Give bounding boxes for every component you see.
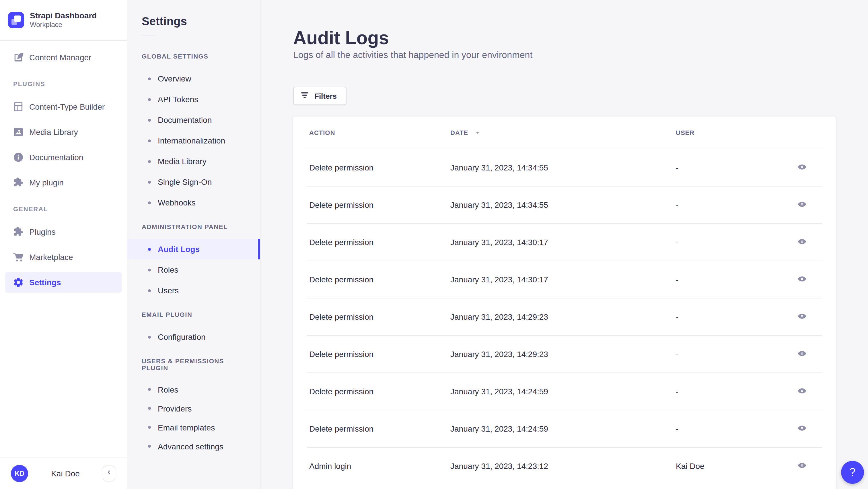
column-header-date[interactable]: DATE xyxy=(448,129,674,136)
settings-nav-item-email-templates[interactable]: Email templates xyxy=(127,418,260,437)
subnav-item-label: Configuration xyxy=(158,332,206,341)
filters-button[interactable]: Filters xyxy=(293,87,346,105)
filter-icon xyxy=(300,90,310,102)
settings-nav-item-webhooks[interactable]: Webhooks xyxy=(127,192,260,213)
table-row: Admin login January 31, 2023, 14:23:12 K… xyxy=(307,447,822,484)
cell-date: January 31, 2023, 14:30:17 xyxy=(448,275,674,284)
subnav-item-label: Internationalization xyxy=(158,136,225,145)
view-log-button[interactable] xyxy=(793,308,811,326)
view-log-button[interactable] xyxy=(793,233,811,251)
settings-nav-item-audit-logs[interactable]: Audit Logs xyxy=(127,239,260,259)
table-row: Delete permission January 31, 2023, 14:2… xyxy=(307,335,822,372)
cell-user: - xyxy=(674,424,782,433)
eye-icon xyxy=(798,162,807,173)
cell-action: Admin login xyxy=(307,461,448,471)
sidebar-item-plugins[interactable]: Plugins xyxy=(5,221,122,242)
settings-nav-item-advanced-settings[interactable]: Advanced settings xyxy=(127,437,260,456)
sidebar-item-media-library[interactable]: Media Library xyxy=(5,122,122,142)
view-log-button[interactable] xyxy=(793,345,811,363)
bullet-icon xyxy=(148,181,151,183)
workspace-title: Strapi Dashboard xyxy=(30,11,97,21)
settings-nav-item-media-library[interactable]: Media Library xyxy=(127,151,260,172)
gear-icon xyxy=(12,277,24,288)
sidebar-item-documentation[interactable]: Documentation xyxy=(5,147,122,167)
settings-nav-item-configuration[interactable]: Configuration xyxy=(127,327,260,347)
sidebar-item-settings[interactable]: Settings xyxy=(5,272,122,293)
cell-action: Delete permission xyxy=(307,387,448,396)
image-icon xyxy=(12,126,24,138)
sidebar-item-marketplace[interactable]: Marketplace xyxy=(5,247,122,268)
cell-action: Delete permission xyxy=(307,163,448,172)
cell-date: January 31, 2023, 14:30:17 xyxy=(448,238,674,247)
bullet-icon xyxy=(148,335,151,338)
eye-icon xyxy=(798,274,807,285)
sidebar-item-content-type-builder[interactable]: Content-Type Builder xyxy=(5,96,122,117)
cell-action: Delete permission xyxy=(307,200,448,210)
settings-nav-item-providers[interactable]: Providers xyxy=(127,399,260,418)
filters-button-label: Filters xyxy=(314,92,337,100)
eye-icon xyxy=(798,200,807,210)
subnav-group-label: ADMINISTRATION PANEL xyxy=(142,223,246,230)
column-header-user: USER xyxy=(674,129,782,136)
subnav-group-label: EMAIL PLUGIN xyxy=(142,311,246,318)
app-window: Strapi Dashboard Workplace Content Manag… xyxy=(0,0,868,489)
view-log-button[interactable] xyxy=(793,382,811,401)
sidebar-item-my-plugin[interactable]: My plugin xyxy=(5,172,122,193)
view-log-button[interactable] xyxy=(793,420,811,438)
settings-nav-item-api-tokens[interactable]: API Tokens xyxy=(127,89,260,110)
cell-user: - xyxy=(674,349,782,359)
subnav-group: ADMINISTRATION PANEL Audit Logs Roles Us… xyxy=(127,223,260,301)
sidebar-item-content-manager[interactable]: Content Manager xyxy=(5,47,122,68)
collapse-sidebar-button[interactable] xyxy=(103,465,115,481)
table-row: Delete permission January 31, 2023, 14:3… xyxy=(307,186,822,223)
subnav-group-label: USERS & PERMISSIONS PLUGIN xyxy=(142,358,246,371)
eye-icon xyxy=(798,237,807,248)
settings-nav-item-internationalization[interactable]: Internationalization xyxy=(127,130,260,151)
cell-date: January 31, 2023, 14:24:59 xyxy=(448,387,674,396)
view-log-button[interactable] xyxy=(793,457,811,475)
view-log-button[interactable] xyxy=(793,158,811,177)
bullet-icon xyxy=(148,98,151,101)
settings-nav-item-users[interactable]: Users xyxy=(127,280,260,301)
cell-action: Delete permission xyxy=(307,349,448,359)
chevron-left-icon xyxy=(105,469,113,478)
table-row: Delete permission January 31, 2023, 14:3… xyxy=(307,149,822,186)
help-button[interactable]: ? xyxy=(841,461,864,484)
table-row: Delete permission January 31, 2023, 14:3… xyxy=(307,261,822,298)
subnav-item-label: Media Library xyxy=(158,157,207,166)
settings-nav-item-documentation[interactable]: Documentation xyxy=(127,110,260,130)
subnav-item-label: Roles xyxy=(158,265,179,274)
puzzle-icon xyxy=(12,177,24,188)
eye-icon xyxy=(798,311,807,322)
subnav-group: USERS & PERMISSIONS PLUGIN Roles Provide… xyxy=(127,358,260,456)
bullet-icon xyxy=(148,201,151,204)
view-log-button[interactable] xyxy=(793,270,811,289)
bullet-icon xyxy=(148,445,151,448)
settings-nav-item-roles[interactable]: Roles xyxy=(127,259,260,280)
bullet-icon xyxy=(148,139,151,142)
avatar[interactable]: KD xyxy=(11,465,28,482)
cell-date: January 31, 2023, 14:34:55 xyxy=(448,200,674,210)
bullet-icon xyxy=(148,268,151,271)
workspace-brand[interactable]: Strapi Dashboard Workplace xyxy=(0,0,127,40)
sidebar-section-label: GENERAL xyxy=(13,206,127,212)
sidebar-item-label: Marketplace xyxy=(29,252,73,262)
strapi-logo-icon xyxy=(8,12,24,28)
column-header-action: ACTION xyxy=(307,129,448,136)
settings-nav-item-roles[interactable]: Roles xyxy=(127,380,260,399)
settings-nav-item-overview[interactable]: Overview xyxy=(127,68,260,89)
page-subtitle: Logs of all the activities that happened… xyxy=(293,50,836,60)
subnav-item-label: Audit Logs xyxy=(158,245,199,254)
view-log-button[interactable] xyxy=(793,196,811,214)
cell-user: - xyxy=(674,163,782,172)
cell-date: January 31, 2023, 14:29:23 xyxy=(448,349,674,359)
cell-action: Delete permission xyxy=(307,312,448,322)
settings-nav-item-single-sign-on[interactable]: Single Sign-On xyxy=(127,172,260,192)
page-title: Audit Logs xyxy=(293,26,836,49)
bullet-icon xyxy=(148,289,151,292)
eye-icon xyxy=(798,386,807,397)
audit-logs-table: ACTION DATE USER Delete permission Janua… xyxy=(293,117,836,489)
cart-icon xyxy=(12,251,24,263)
subnav-item-label: Single Sign-On xyxy=(158,177,212,186)
settings-subnav: Settings GLOBAL SETTINGS Overview API To… xyxy=(127,0,260,489)
